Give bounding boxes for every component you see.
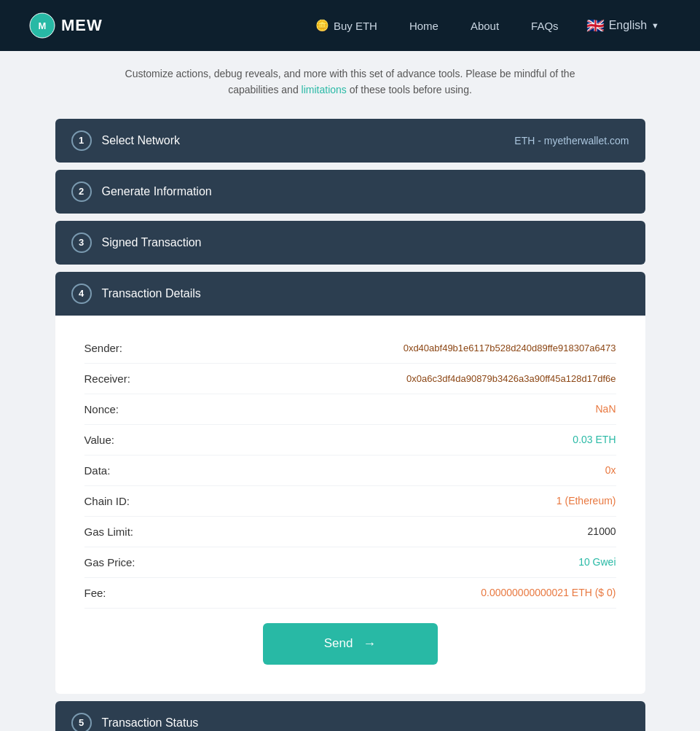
- navbar: M MEW 🪙 Buy ETH Home About FAQs 🇬🇧 Engli…: [0, 0, 700, 51]
- step-4-number: 4: [71, 284, 92, 304]
- send-section: Send →: [84, 609, 616, 672]
- step-5-panel: 5 Transaction Status: [55, 701, 645, 731]
- faqs-link[interactable]: FAQs: [515, 0, 575, 51]
- language-label: English: [609, 19, 647, 32]
- step-5-header[interactable]: 5 Transaction Status: [55, 701, 645, 731]
- fee-row: Fee: 0.00000000000021 ETH ($ 0): [84, 578, 616, 609]
- sender-value: 0xd40abf49b1e6117b528d240d89ffe918307a64…: [404, 343, 616, 353]
- svg-text:M: M: [39, 20, 47, 31]
- flag-icon: 🇬🇧: [586, 17, 605, 34]
- buy-eth-link[interactable]: 🪙 Buy ETH: [299, 0, 393, 51]
- gas-limit-label: Gas Limit:: [84, 525, 172, 538]
- nonce-row: Nonce: NaN: [84, 394, 616, 425]
- send-label: Send: [324, 636, 353, 651]
- fee-label: Fee:: [84, 587, 172, 599]
- gas-limit-row: Gas Limit: 21000: [84, 517, 616, 547]
- step-2-left: 2 Generate Information: [71, 181, 212, 202]
- step-3-title: Signed Transaction: [102, 236, 202, 249]
- step-1-header[interactable]: 1 Select Network ETH - myetherwallet.com: [55, 119, 645, 163]
- sender-row: Sender: 0xd40abf49b1e6117b528d240d89ffe9…: [84, 333, 616, 364]
- step-3-number: 3: [71, 232, 92, 253]
- data-label: Data:: [84, 464, 172, 477]
- step-2-title: Generate Information: [102, 185, 212, 198]
- step-1-badge: ETH - myetherwallet.com: [514, 135, 629, 146]
- step-1-number: 1: [71, 130, 92, 151]
- nonce-value: NaN: [595, 403, 616, 415]
- step-2-header[interactable]: 2 Generate Information: [55, 170, 645, 214]
- gas-price-value: 10 Gwei: [578, 556, 616, 568]
- step-5-title: Transaction Status: [102, 716, 199, 730]
- chain-id-value: 1 (Ethereum): [557, 495, 616, 507]
- brand-text: MEW: [61, 16, 103, 35]
- sender-label: Sender:: [84, 342, 172, 354]
- step-4-panel: 4 Transaction Details Sender: 0xd40abf49…: [55, 272, 645, 694]
- step-4-title: Transaction Details: [102, 287, 201, 300]
- step-1-panel: 1 Select Network ETH - myetherwallet.com: [55, 119, 645, 163]
- step-3-panel: 3 Signed Transaction: [55, 221, 645, 265]
- step-4-header[interactable]: 4 Transaction Details: [55, 272, 645, 316]
- description-line2-prefix: capabilities and: [228, 84, 301, 95]
- step-5-number: 5: [71, 713, 92, 731]
- receiver-row: Receiver: 0x0a6c3df4da90879b3426a3a90ff4…: [84, 364, 616, 394]
- data-value: 0x: [605, 464, 616, 476]
- transaction-details-body: Sender: 0xd40abf49b1e6117b528d240d89ffe9…: [55, 316, 645, 694]
- step-2-number: 2: [71, 181, 92, 202]
- data-row: Data: 0x: [84, 456, 616, 486]
- fee-value: 0.00000000000021 ETH ($ 0): [481, 587, 616, 598]
- description-line1: Customize actions, debug reveals, and mo…: [125, 68, 575, 79]
- receiver-label: Receiver:: [84, 372, 172, 385]
- receiver-value: 0x0a6c3df4da90879b3426a3a90ff45a128d17df…: [406, 373, 616, 384]
- send-button[interactable]: Send →: [263, 623, 438, 665]
- chain-id-row: Chain ID: 1 (Ethereum): [84, 486, 616, 517]
- step-1-title: Select Network: [102, 134, 181, 147]
- about-link[interactable]: About: [455, 0, 515, 51]
- buy-eth-icon: 🪙: [315, 19, 329, 32]
- home-label: Home: [409, 20, 439, 32]
- description-text: Customize actions, debug reveals, and mo…: [55, 66, 645, 98]
- gas-price-row: Gas Price: 10 Gwei: [84, 547, 616, 578]
- step-5-left: 5 Transaction Status: [71, 713, 199, 731]
- gas-price-label: Gas Price:: [84, 556, 172, 568]
- description-line2-suffix: of these tools before using.: [347, 84, 472, 95]
- chevron-down-icon: ▼: [651, 21, 659, 30]
- main-content: Customize actions, debug reveals, and mo…: [41, 51, 660, 731]
- nonce-label: Nonce:: [84, 403, 172, 415]
- chain-id-label: Chain ID:: [84, 495, 172, 507]
- nav-links: 🪙 Buy ETH Home About FAQs 🇬🇧 English ▼: [299, 0, 671, 51]
- mew-logo-icon: M: [29, 12, 55, 39]
- faqs-label: FAQs: [531, 20, 559, 32]
- about-label: About: [471, 20, 499, 32]
- step-1-left: 1 Select Network: [71, 130, 181, 151]
- buy-eth-label: Buy ETH: [334, 20, 377, 32]
- value-row: Value: 0.03 ETH: [84, 425, 616, 456]
- step-3-header[interactable]: 3 Signed Transaction: [55, 221, 645, 265]
- brand-logo[interactable]: M MEW: [29, 12, 103, 39]
- gas-limit-value: 21000: [588, 525, 616, 537]
- arrow-right-icon: →: [363, 636, 376, 652]
- value-label: Value:: [84, 434, 172, 446]
- limitations-link[interactable]: limitations: [302, 84, 347, 95]
- language-selector[interactable]: 🇬🇧 English ▼: [575, 0, 671, 51]
- value-value: 0.03 ETH: [573, 434, 616, 445]
- step-3-left: 3 Signed Transaction: [71, 232, 202, 253]
- home-link[interactable]: Home: [393, 0, 455, 51]
- step-2-panel: 2 Generate Information: [55, 170, 645, 214]
